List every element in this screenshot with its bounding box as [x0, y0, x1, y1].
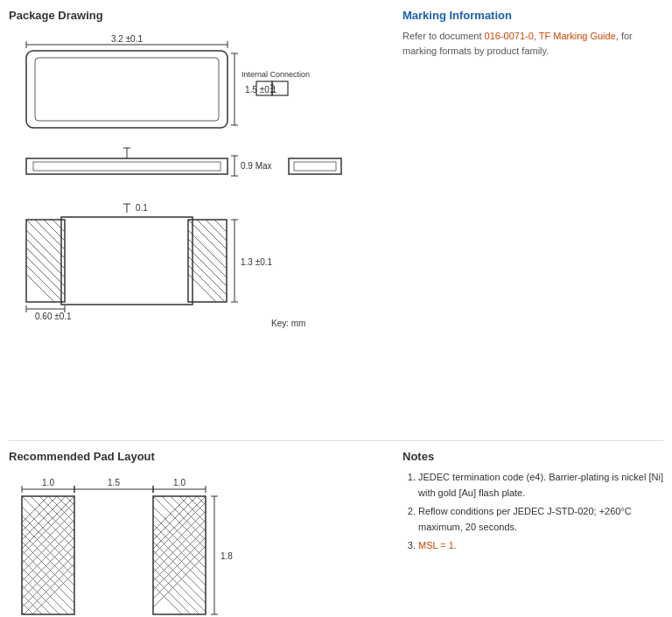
note-item-1: JEDEC termination code (e4). Barrier-pla… [418, 470, 663, 501]
msl-text: MSL = 1. [418, 540, 457, 550]
svg-line-38 [26, 220, 70, 263]
svg-text:3.2 ±0.1: 3.2 ±0.1 [111, 34, 144, 44]
notes-list: JEDEC termination code (e4). Barrier-pla… [402, 470, 663, 554]
svg-text:1.0: 1.0 [173, 478, 186, 487]
pad-layout-area: 1.0 1.5 1.0 [9, 470, 376, 617]
marking-document-link[interactable]: 016-0071-0, TF Marking Guide [485, 31, 616, 41]
svg-line-125 [171, 496, 210, 536]
notes-section: Notes JEDEC termination code (e4). Barri… [385, 450, 663, 617]
svg-rect-31 [26, 220, 65, 302]
svg-line-37 [18, 265, 70, 318]
svg-text:1.8: 1.8 [220, 551, 233, 561]
svg-rect-44 [188, 220, 227, 302]
marking-information-text: Refer to document 016-0071-0, TF Marking… [402, 29, 663, 58]
svg-text:0.60 ±0.1: 0.60 ±0.1 [35, 312, 72, 321]
svg-line-50 [179, 265, 228, 313]
svg-rect-8 [26, 51, 228, 128]
svg-line-54 [214, 220, 232, 237]
notes-title: Notes [402, 450, 663, 463]
svg-rect-24 [289, 158, 341, 174]
svg-line-94 [39, 496, 79, 536]
svg-rect-25 [294, 162, 336, 171]
recommended-pad-layout-section: Recommended Pad Layout 1.0 1.5 1.0 [9, 450, 385, 617]
svg-text:0.1: 0.1 [136, 203, 148, 213]
note-item-3: MSL = 1. [418, 538, 663, 554]
package-drawing-title: Package Drawing [9, 9, 385, 22]
svg-line-85 [13, 559, 79, 617]
package-drawing-svg: 3.2 ±0.1 1.5 ±0.1 Internal Connection [9, 29, 376, 431]
svg-rect-30 [26, 220, 65, 302]
svg-line-127 [188, 496, 210, 518]
svg-line-105 [13, 559, 79, 617]
svg-line-93 [31, 496, 79, 544]
svg-line-40 [44, 220, 70, 246]
svg-text:0.9 Max: 0.9 Max [241, 161, 272, 171]
svg-rect-9 [35, 58, 219, 121]
svg-rect-29 [61, 217, 192, 305]
svg-line-36 [18, 256, 70, 309]
svg-line-123 [153, 496, 210, 553]
pad-layout-svg: 1.0 1.5 1.0 [9, 470, 376, 617]
svg-text:1.3 ±0.1: 1.3 ±0.1 [241, 257, 273, 267]
svg-line-124 [162, 496, 210, 544]
svg-line-96 [57, 496, 79, 518]
svg-line-53 [206, 220, 232, 246]
recommended-pad-layout-title: Recommended Pad Layout [9, 450, 385, 463]
svg-rect-21 [33, 162, 220, 171]
svg-line-92 [22, 496, 79, 553]
svg-text:Internal Connection: Internal Connection [242, 70, 310, 79]
svg-text:1.0: 1.0 [42, 478, 54, 487]
svg-text:1.5: 1.5 [108, 478, 120, 487]
marking-information-section: Marking Information Refer to document 01… [402, 9, 663, 58]
svg-line-51 [188, 220, 232, 263]
note-item-2: Reflow conditions per JEDEC J-STD-020; +… [418, 504, 663, 535]
package-drawing-section: Package Drawing 3.2 ±0.1 1.5 ±0.1 [9, 9, 385, 431]
svg-rect-43 [188, 220, 227, 302]
svg-line-106 [18, 568, 79, 617]
svg-line-49 [179, 256, 232, 309]
package-drawing-area: 3.2 ±0.1 1.5 ±0.1 Internal Connection [9, 29, 376, 431]
marking-text-before: Refer to document [402, 31, 485, 41]
svg-text:Key:  mm: Key: mm [271, 319, 305, 328]
marking-information-title: Marking Information [402, 9, 663, 22]
svg-line-42 [18, 255, 26, 263]
svg-rect-20 [26, 158, 228, 174]
svg-line-120 [144, 559, 210, 617]
svg-line-122 [144, 577, 197, 617]
